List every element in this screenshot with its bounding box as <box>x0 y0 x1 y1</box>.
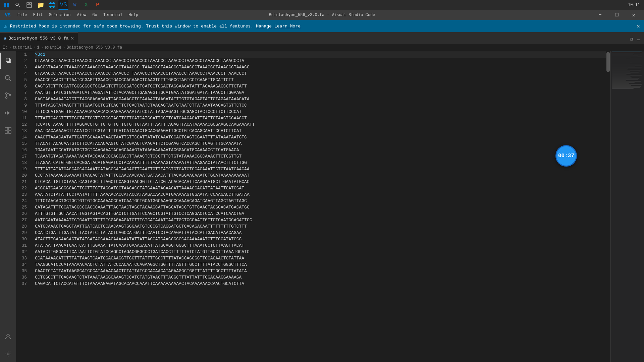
tab-close-button[interactable]: ✕ <box>71 35 74 42</box>
code-line-13[interactable]: AAATCACAAAAACTTACATCCTTCGTATTTTCATCATCAA… <box>35 128 606 134</box>
code-line-17[interactable]: TCAAATGTAGATAAAATACATACCAAGCCCAGCAGCTTAA… <box>35 153 606 160</box>
code-line-28[interactable]: GATGCAAACTGAGGTAATTGATCACTGCAACAAGTGGGAA… <box>35 223 606 230</box>
learn-more-link[interactable]: Learn More <box>274 24 301 29</box>
breadcrumb-example[interactable]: example <box>45 45 61 50</box>
svg-rect-16 <box>5 127 8 130</box>
code-line-36[interactable]: CCTGGGCTTTCACAACTCTATAAATAAGGCAAAGTCCATG… <box>35 274 606 281</box>
excel-icon[interactable]: X <box>81 0 91 10</box>
minimap-line-7 <box>612 58 631 58</box>
line-number-14: 14 <box>16 134 31 140</box>
code-lines[interactable]: >Bd1CTAAACCCTAAACCCTAAACCCTAAACCCTAAACCC… <box>34 51 606 362</box>
vertical-scrollbar[interactable] <box>606 51 610 362</box>
code-line-25[interactable]: GATAGATTTTGCATACGCCCACCCAAATTTAGTAACTAGC… <box>35 204 606 210</box>
activity-extensions[interactable] <box>0 122 16 138</box>
code-line-32[interactable]: AATACTTGGGACTTCATAATTCTGTATCCAGCCTAGACGG… <box>35 249 606 255</box>
code-line-15[interactable]: TTACATTACACAATGTCTTCCATACACAAGTCTATCGAAC… <box>35 140 606 147</box>
line-number-6: 6 <box>16 83 31 89</box>
ppt-icon[interactable]: P <box>93 0 103 10</box>
code-line-10[interactable]: TTTCCCATGAGTTGTACAAACAAAACACCAAGAAAAAATA… <box>35 109 606 115</box>
code-line-18[interactable]: TTAGAATCATGTGGTCACGGATACATGAGATCCTACAAAA… <box>35 160 606 166</box>
code-line-24[interactable]: TTTCTAACACTGCTGCTGTTGTGCCAAAACCCATCAATGC… <box>35 198 606 204</box>
minimap-line-34 <box>612 85 631 85</box>
vscode-icon[interactable]: VS <box>58 0 68 10</box>
word-icon[interactable]: W <box>70 0 80 10</box>
minimap-line-24 <box>612 75 642 75</box>
breadcrumb-filename[interactable]: Bdistachyon_556_v3.0.fa <box>66 45 122 50</box>
code-line-12[interactable]: TCCATGTAAAGTTTTTAGGACCTGTTGTGTTGTTGTGTTG… <box>35 121 606 128</box>
titlebar: VS File Edit Selection View Go Terminal … <box>0 10 644 20</box>
code-line-1[interactable]: >Bd1 <box>35 51 606 58</box>
code-line-20[interactable]: CCCTATAAAAGGGAAAATTAACACTATATTTGCAACAACA… <box>35 172 606 179</box>
menu-view[interactable]: View <box>74 11 89 19</box>
timer-widget[interactable]: 00:37 <box>555 145 577 167</box>
activity-settings[interactable] <box>0 346 16 362</box>
code-content[interactable]: 1234567891011121314151617181920212223242… <box>16 51 644 362</box>
menu-selection[interactable]: Selection <box>46 11 73 19</box>
breadcrumb-1[interactable]: 1 <box>37 45 39 50</box>
active-tab[interactable]: ◉ Bdistachyon_556_v3.0.fa ✕ <box>0 32 78 44</box>
titlebar-menu: File Edit Selection View Go Terminal Hel… <box>15 11 141 19</box>
line-number-20: 20 <box>16 172 31 179</box>
vscode-app-icon[interactable]: VS <box>3 10 13 20</box>
code-line-26[interactable]: ATTTGTGTTGCTAACATTGGTAGTACAGTTGACTCTTGAT… <box>35 210 606 217</box>
code-line-4[interactable]: CTAAACCCTAAACCCTAAACCCTAAACCCTAAACCC TAA… <box>35 70 606 77</box>
menu-terminal[interactable]: Terminal <box>101 11 125 19</box>
code-line-14[interactable]: CAACTTAAACAATATTGATTGGAAAATAAGTAATTGTTCC… <box>35 134 606 140</box>
line-number-33: 33 <box>16 255 31 261</box>
code-line-34[interactable]: TAAGGCATCCCATAAAAACAACTCTATTATCCCACAATCC… <box>35 261 606 268</box>
code-line-16[interactable]: TGAATAATTCCATGATGCTGCTCAAGAAATACAGCAAAGT… <box>35 147 606 153</box>
split-editor-button[interactable]: ⧉ <box>629 36 635 44</box>
code-line-8[interactable]: CACTAGAAAAATATCTTTACGGAGAGAATTAGGAAACCTC… <box>35 96 606 102</box>
code-line-27[interactable]: AATCCAATAAAAATTCTGAATTGTTTTTCGAGAAGATCTT… <box>35 217 606 223</box>
code-line-23[interactable]: AAATATCTATATTCCTAATATTTTTAAAAACACCATACCA… <box>35 191 606 198</box>
svg-point-11 <box>6 93 7 95</box>
code-line-30[interactable]: ATACTTTGAGAACAGTATATCATAGCAAAGAAAAAATATT… <box>35 236 606 242</box>
activity-accounts[interactable] <box>0 328 16 345</box>
maximize-button[interactable]: □ <box>609 10 625 20</box>
code-line-22[interactable]: ACCCATGAAGGGGCACTTGCTTTCTTAGGATCCTAAGACG… <box>35 185 606 191</box>
activity-debug[interactable] <box>0 105 16 121</box>
browser-icon[interactable]: 🌐 <box>47 0 57 10</box>
task-view[interactable] <box>24 0 34 10</box>
line-number-36: 36 <box>16 274 31 281</box>
line-number-27: 27 <box>16 217 31 223</box>
manage-link[interactable]: Manage <box>256 24 272 29</box>
menu-help[interactable]: Help <box>126 11 141 19</box>
breadcrumb-drive[interactable]: E: <box>3 45 7 50</box>
menu-edit[interactable]: Edit <box>31 11 46 19</box>
menu-go[interactable]: Go <box>90 11 100 19</box>
line-number-29: 29 <box>16 230 31 236</box>
code-line-9[interactable]: TTTATAGGTATAAGTTTTTGAATGGTCGTCACTTGTCACT… <box>35 102 606 109</box>
file-explorer-icon[interactable]: 📁 <box>36 0 46 10</box>
code-line-3[interactable]: AACCCTAAACCCTAAACCCTAAACCCTAAACCCTAAACCC… <box>35 64 606 70</box>
activity-search[interactable] <box>0 70 16 86</box>
code-line-7[interactable]: AAATGTTTATCGTGAGATCATTAGGATATTCTACAAGCTT… <box>35 89 606 96</box>
minimap-line-13 <box>612 64 641 64</box>
more-actions-button[interactable]: ⋯ <box>636 36 641 44</box>
close-button[interactable]: ✕ <box>626 10 641 20</box>
breadcrumb-tutorial[interactable]: tutorial <box>13 45 32 50</box>
code-line-11[interactable]: TTTATTCAGCTTTTTGCTATTCGTTCTGCTAGTTGTTCAT… <box>35 115 606 121</box>
minimize-button[interactable]: − <box>592 10 608 20</box>
code-line-21[interactable]: CTCACATTGTTCTAAATCAGTAGCTTTAGCTCCAGGTAAC… <box>35 179 606 185</box>
code-line-37[interactable]: CAGACATTCTACCATGTTTCTAAAAAGAGATAGCACAACC… <box>35 281 606 287</box>
start-button[interactable] <box>1 0 11 10</box>
code-line-19[interactable]: TTTTATTATATGAGCAGCACAAATCATACCCATAAGAGTT… <box>35 166 606 172</box>
code-line-35[interactable]: CAACTCTATTAATAAGGCATCCCATAAAACAACTCTATTA… <box>35 268 606 274</box>
search-taskbar[interactable] <box>13 0 23 10</box>
code-line-6[interactable]: CAGTGTCTTTGCATTGGGGGCCTCCAAGTGTTGCCGATCC… <box>35 83 606 89</box>
code-line-31[interactable]: ATATAATTAACATGAATCATTTGGAAATTATCAAATGAAA… <box>35 242 606 249</box>
minimap-line-8 <box>612 59 626 59</box>
code-line-33[interactable]: CCATAAAACATCTTTATTAACTCAATCGAGAAGGTTGGTT… <box>35 255 606 261</box>
code-line-29[interactable]: CCATCTGATTTGATATTTACTATCTTATACTCAGCCATGA… <box>35 230 606 236</box>
line-number-32: 32 <box>16 249 31 255</box>
notification-close[interactable]: ✕ <box>637 23 640 29</box>
activity-explorer[interactable]: ⧉ <box>0 53 16 69</box>
code-line-2[interactable]: CTAAACCCTAAACCCTAAACCCTAAACCCTAAACCCTAAA… <box>35 58 606 64</box>
code-line-5[interactable]: AAACCCTAACTTTTAATCCGAGTTGAACCTGACCCACAAG… <box>35 77 606 83</box>
line-number-4: 4 <box>16 70 31 77</box>
activity-source-control[interactable] <box>0 87 16 104</box>
minimap-line-29 <box>612 80 626 80</box>
tab-file-icon: ◉ <box>4 36 6 41</box>
menu-file[interactable]: File <box>15 11 30 19</box>
